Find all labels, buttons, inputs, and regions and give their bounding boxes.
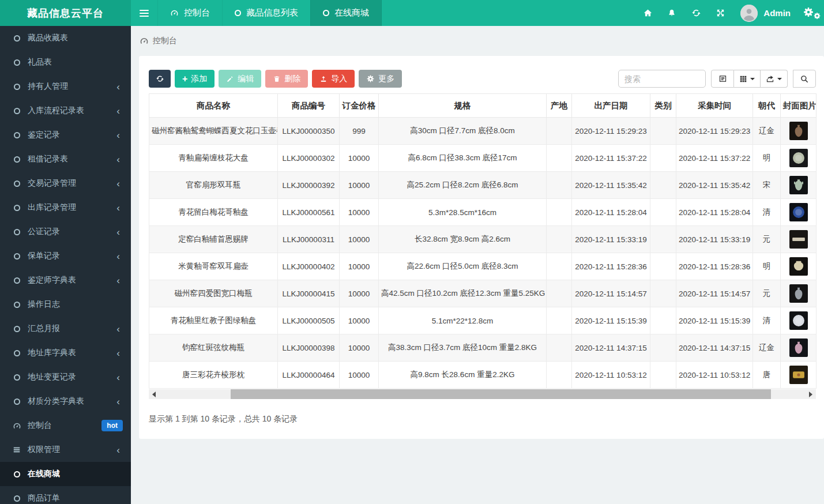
delete-button[interactable]: 删除 [265,70,308,88]
sidebar-item-label: 权限管理 [28,445,60,455]
sidebar-item-6[interactable]: 交易记录管理‹ [0,171,131,195]
sidebar-item-5[interactable]: 租借记录表‹ [0,147,131,171]
circle-icon [12,35,21,42]
scroll-right-arrow-icon[interactable] [809,392,812,397]
column-header-origin: 产地 [547,94,572,118]
cell-price: 10000 [340,172,379,199]
cell-origin [547,118,572,145]
sidebar-item-1[interactable]: 礼品表 [0,50,131,74]
search-button[interactable] [793,70,816,88]
cell-dynasty: 清 [753,307,781,334]
export-button[interactable] [761,70,788,88]
sidebar-item-2[interactable]: 持有人管理‹ [0,74,131,99]
sidebar-item-8[interactable]: 公证记录‹ [0,220,131,244]
column-header-spec: 规格 [379,94,547,118]
upload-icon [319,75,328,83]
home-icon[interactable] [635,0,660,26]
sidebar-item-19[interactable]: 商品订单 [0,486,131,504]
sidebar-item-15[interactable]: 材质分类字典表‹ [0,389,131,413]
gauge-icon [140,36,149,46]
add-button[interactable]: + 添加 [175,70,215,88]
cell-name: 青花釉里红教子图绿釉盘 [149,307,278,334]
sidebar-item-7[interactable]: 出库记录管理‹ [0,195,131,220]
cell-dynasty: 辽金 [753,118,781,145]
hscroll-thumb[interactable] [231,389,771,399]
circle-icon [12,84,21,90]
top-navbar: 藏品信息云平台 控制台藏品信息列表在线商城 Admin [0,0,824,26]
gauge-icon [170,9,179,17]
cell-code: LLKJ00000561 [278,199,340,226]
sidebar: 藏品收藏表礼品表持有人管理‹入库流程记录表‹鉴定记录‹租借记录表‹交易记录管理‹… [0,26,131,504]
sidebar-item-label: 商品订单 [28,493,60,503]
cell-price: 10000 [340,199,379,226]
edit-button[interactable]: 编辑 [219,70,261,88]
sidebar-item-17[interactable]: 权限管理‹ [0,438,131,462]
cell-category [650,172,676,199]
cell-spec: 5.3m*28.5cm*16cm [379,199,547,226]
export-icon [766,74,774,83]
sidebar-item-3[interactable]: 入库流程记录表‹ [0,99,131,123]
cell-price: 999 [340,118,379,145]
topnav-tab[interactable]: 藏品信息列表 [222,0,310,26]
search-input[interactable] [618,70,706,88]
cell-produce_date: 2020-12-11 15:35:42 [572,172,650,199]
sidebar-toggle-button[interactable] [131,0,157,26]
circle-icon [12,205,21,211]
columns-button[interactable] [734,70,761,88]
cell-code: LLKJ00000505 [278,307,340,334]
cell-produce_date: 2020-12-11 15:29:23 [572,118,650,145]
circle-icon [323,10,329,16]
cell-code: LLKJ00000398 [278,334,340,362]
sidebar-item-label: 礼品表 [28,57,52,67]
cell-price: 10000 [340,362,379,389]
expand-arrows-icon[interactable] [708,0,732,26]
cell-category [650,280,676,307]
cell-image [781,172,817,199]
cell-code: LLKJ00000302 [278,145,340,172]
table-row: 青釉扁菊缠枝花大盘LLKJ0000030210000高6.8cm 口径38.3c… [149,145,817,172]
topnav-tab[interactable]: 在线商城 [310,0,382,26]
more-button[interactable]: 更多 [359,70,402,88]
sidebar-item-label: 交易记录管理 [28,178,76,189]
topnav-tabs: 控制台藏品信息列表在线商城 [157,0,382,26]
sidebar-item-14[interactable]: 地址变更记录‹ [0,365,131,389]
cell-dynasty: 辽金 [753,334,781,362]
sidebar-item-16[interactable]: 控制台hot [0,413,131,438]
user-avatar[interactable] [740,5,758,22]
cover-image [789,149,808,167]
sidebar-item-0[interactable]: 藏品收藏表 [0,26,131,50]
table-row: 青花留白梅花哥釉盘LLKJ00000561100005.3m*28.5cm*16… [149,199,817,226]
cell-name: 米黄釉哥窑双耳扁壶 [149,253,278,280]
topnav-tab[interactable]: 控制台 [157,0,222,26]
chevron-left-icon: ‹ [116,106,123,116]
horizontal-scrollbar[interactable] [149,389,816,399]
cell-name: 青釉扁菊缠枝花大盘 [149,145,278,172]
cell-name: 唐三彩花卉棱形枕 [149,362,278,389]
sidebar-item-label: 汇总月报 [28,324,60,334]
refresh-icon[interactable] [684,0,708,26]
cell-category [650,226,676,253]
sidebar-item-13[interactable]: 地址库字典表‹ [0,341,131,365]
column-header-price: 订金价格 [340,94,379,118]
sidebar-item-18[interactable]: 在线商城 [0,462,131,486]
gauge-icon [12,422,21,430]
cover-image [789,257,808,276]
sidebar-item-4[interactable]: 鉴定记录‹ [0,123,131,147]
cell-code: LLKJ00000464 [278,362,340,389]
scroll-left-arrow-icon[interactable] [152,392,156,397]
sidebar-item-11[interactable]: 操作日志 [0,292,131,317]
sidebar-item-12[interactable]: 汇总月报‹ [0,317,131,341]
sidebar-item-10[interactable]: 鉴定师字典表‹ [0,268,131,292]
settings-gears-icon[interactable] [801,0,824,26]
refresh-button[interactable] [149,70,171,88]
cell-code: LLKJ00000392 [278,172,340,199]
circle-icon [12,180,21,187]
bell-icon[interactable] [660,0,684,26]
cell-price: 10000 [340,307,379,334]
username-label[interactable]: Admin [763,8,791,18]
cell-dynasty: 元 [753,280,781,307]
cell-image [781,362,817,389]
import-button[interactable]: 导入 [312,70,355,88]
sidebar-item-9[interactable]: 保单记录‹ [0,244,131,268]
detail-view-button[interactable] [711,70,734,88]
